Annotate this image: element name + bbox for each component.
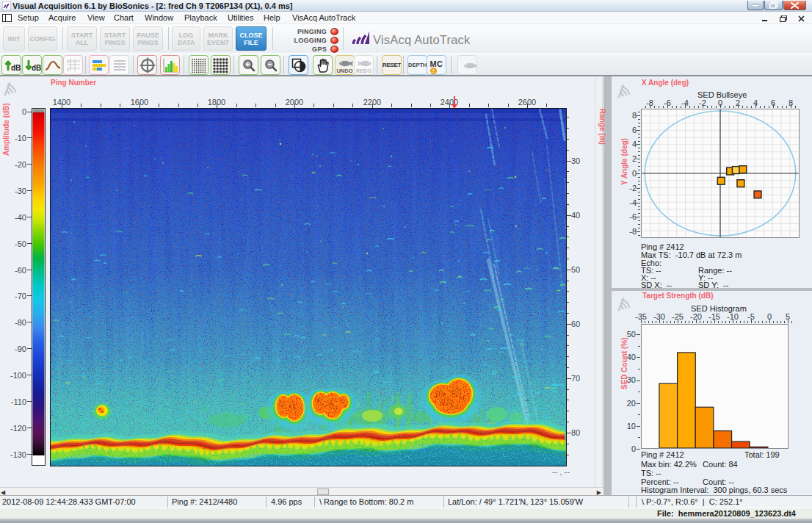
svg-text:dB: dB [11,64,21,72]
svg-text:dB: dB [32,64,41,72]
svg-text:1: 1 [67,59,70,64]
